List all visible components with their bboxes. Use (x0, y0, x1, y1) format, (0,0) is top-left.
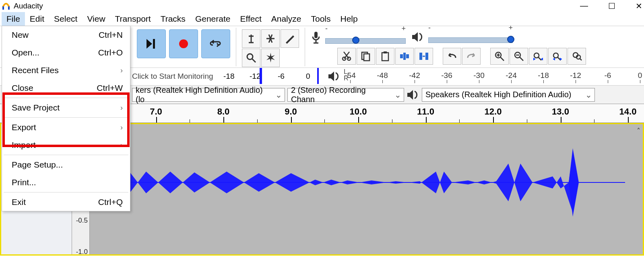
playback-volume-slider[interactable] (428, 37, 513, 43)
out-db--42: -42 (409, 71, 420, 80)
trim-button[interactable] (395, 48, 414, 65)
selection-tool[interactable] (242, 29, 260, 48)
fit-selection-button[interactable] (529, 48, 547, 65)
waveform-view[interactable]: k #1 ˄ (90, 124, 643, 254)
titlebar: Audacity — ☐ ✕ (0, 0, 644, 12)
multi-tool[interactable]: ✶ (261, 49, 280, 67)
file-menu-new[interactable]: NewCtrl+N (2, 26, 130, 44)
input-device-dropdown[interactable]: kers (Realtek High Definition Audio) (lo (132, 88, 285, 102)
svg-line-28 (520, 57, 523, 61)
out-db--12: -12 (570, 71, 581, 80)
file-menu-recent-files[interactable]: Recent Files› (2, 61, 130, 79)
svg-line-31 (538, 57, 541, 60)
svg-rect-1 (8, 6, 10, 10)
out-db--48: -48 (377, 71, 388, 80)
out-db-0: 0 (638, 71, 642, 80)
window-close-button[interactable]: ✕ (636, 1, 642, 11)
svg-rect-21 (425, 53, 428, 60)
svg-rect-6 (314, 32, 318, 38)
ruler-label-12.0: 12.0 (485, 106, 502, 117)
file-menu-import[interactable]: Import› (2, 136, 130, 154)
vscroll-up-icon[interactable]: ˄ (637, 127, 640, 135)
out-db--30: -30 (473, 71, 484, 80)
in-tick-0: 0 (306, 72, 310, 81)
ruler-label-7.0: 7.0 (150, 106, 162, 117)
zoom-out-button[interactable] (510, 48, 528, 65)
file-menu-page-setup-[interactable]: Page Setup... (2, 156, 130, 174)
svg-line-24 (500, 57, 504, 61)
fit-project-button[interactable] (548, 48, 567, 65)
window-minimize-button[interactable]: — (580, 1, 588, 11)
zoom-tool[interactable] (242, 49, 260, 67)
svg-rect-19 (403, 53, 406, 60)
svg-rect-0 (2, 6, 4, 10)
output-device-dropdown[interactable]: Speakers (Realtek High Definition Audio) (422, 88, 595, 102)
playback-meter-icon[interactable] (328, 70, 341, 82)
recording-volume-slider[interactable] (325, 38, 406, 44)
file-menu-export[interactable]: Export› (2, 119, 130, 136)
copy-button[interactable] (357, 48, 375, 65)
rec-slider-max: + (401, 25, 406, 33)
ruler-label-14.0: 14.0 (619, 106, 637, 117)
svg-rect-18 (406, 54, 409, 58)
undo-button[interactable] (443, 48, 461, 65)
menu-file[interactable]: File (2, 12, 25, 26)
recording-channels-dropdown[interactable]: 2 (Stereo) Recording Chann (287, 88, 404, 102)
menu-analyze[interactable]: Analyze (266, 12, 306, 26)
menu-separator (4, 155, 128, 155)
paste-button[interactable] (376, 48, 394, 65)
menu-transport[interactable]: Transport (110, 12, 156, 26)
menu-effect[interactable]: Effect (235, 12, 266, 26)
in-tick--6: -6 (278, 72, 285, 81)
menu-help[interactable]: Help (336, 12, 363, 26)
out-db--54: -54 (345, 71, 355, 80)
menu-edit[interactable]: Edit (25, 12, 49, 26)
out-db--18: -18 (538, 71, 549, 80)
menubar: FileEditSelectViewTransportTracksGenerat… (0, 12, 644, 26)
silence-button[interactable] (415, 48, 433, 65)
tools-group: ✶ (242, 29, 299, 67)
play-slider-max: + (508, 24, 513, 32)
out-db--6: -6 (605, 71, 611, 80)
ruler-label-10.0: 10.0 (350, 106, 367, 117)
svg-rect-14 (364, 54, 369, 61)
out-db--36: -36 (441, 71, 452, 80)
microphone-icon (311, 31, 321, 45)
record-button[interactable] (169, 29, 198, 58)
svg-rect-16 (384, 51, 387, 53)
ruler-label-11.0: 11.0 (417, 106, 434, 117)
file-menu-print-[interactable]: Print... (2, 174, 130, 191)
draw-tool[interactable] (281, 29, 299, 48)
svg-rect-17 (400, 54, 403, 58)
file-menu-close[interactable]: CloseCtrl+W (2, 79, 130, 97)
zoom-in-button[interactable] (490, 48, 509, 65)
output-speaker-icon (407, 89, 419, 101)
menu-generate[interactable]: Generate (190, 12, 235, 26)
menu-tracks[interactable]: Tracks (156, 12, 190, 26)
rec-slider-min: - (325, 25, 328, 33)
menu-view[interactable]: View (82, 12, 110, 26)
svg-line-5 (252, 59, 256, 62)
play-slider-min: - (428, 24, 431, 32)
file-menu-save-project[interactable]: Save Project› (2, 99, 130, 117)
redo-button[interactable] (462, 48, 481, 65)
menu-tools[interactable]: Tools (306, 12, 335, 26)
svg-rect-15 (382, 53, 388, 61)
cut-button[interactable] (337, 48, 356, 65)
output-db-scale: -54-48-42-36-30-24-18-12-60 (350, 71, 640, 82)
zoom-toggle-button[interactable] (568, 48, 586, 65)
file-menu-exit[interactable]: ExitCtrl+Q (2, 193, 130, 211)
skip-end-button[interactable] (137, 29, 166, 58)
svg-point-3 (179, 39, 188, 48)
loop-button[interactable] (201, 29, 230, 58)
in-tick--12: -12 (250, 72, 260, 81)
svg-point-4 (247, 54, 253, 59)
ruler-label-9.0: 9.0 (285, 106, 297, 117)
window-maximize-button[interactable]: ☐ (608, 1, 615, 11)
envelope-tool[interactable] (261, 29, 280, 48)
in-tick--18: -18 (223, 72, 234, 81)
file-menu-open-[interactable]: Open...Ctrl+O (2, 44, 130, 61)
svg-rect-20 (419, 53, 422, 60)
monitor-hint[interactable]: Click to Start Monitoring (132, 72, 213, 81)
menu-select[interactable]: Select (49, 12, 82, 26)
